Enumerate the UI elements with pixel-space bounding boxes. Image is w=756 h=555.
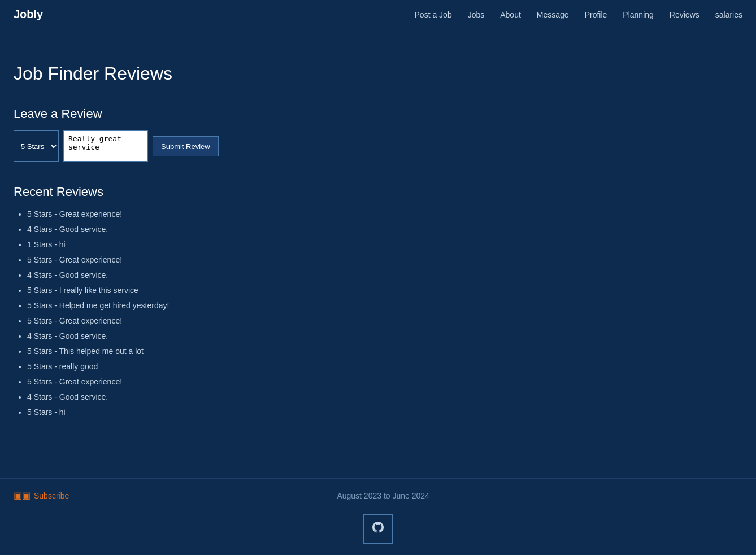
reviews-list: 5 Stars - Great experience! 4 Stars - Go… xyxy=(14,208,382,418)
nav-reviews[interactable]: Reviews xyxy=(670,10,699,19)
list-item: 4 Stars - Good service. xyxy=(27,391,382,403)
nav-salaries[interactable]: salaries xyxy=(715,10,742,19)
list-item: 5 Stars - hi xyxy=(27,407,382,418)
list-item: 4 Stars - Good service. xyxy=(27,330,382,342)
list-item: 5 Stars - Helped me get hired yesterday! xyxy=(27,300,382,312)
recent-reviews-heading: Recent Reviews xyxy=(14,185,382,199)
leave-review-heading: Leave a Review xyxy=(14,107,382,121)
page-title: Job Finder Reviews xyxy=(14,63,382,84)
nav-about[interactable]: About xyxy=(500,10,521,19)
list-item: 5 Stars - I really like this service xyxy=(27,285,382,296)
nav-message[interactable]: Message xyxy=(537,10,569,19)
subscribe-label: Subscribe xyxy=(34,491,69,500)
github-icon xyxy=(371,521,385,537)
list-item: 4 Stars - Good service. xyxy=(27,224,382,235)
stars-select[interactable]: 1 Stars 2 Stars 3 Stars 4 Stars 5 Stars xyxy=(14,130,59,162)
reviews-section: Recent Reviews 5 Stars - Great experienc… xyxy=(14,185,382,418)
nav-post-a-job[interactable]: Post a Job xyxy=(415,10,452,19)
nav-planning[interactable]: Planning xyxy=(623,10,654,19)
list-item: 5 Stars - Great experience! xyxy=(27,208,382,220)
submit-review-button[interactable]: Submit Review xyxy=(153,136,219,156)
review-form: 1 Stars 2 Stars 3 Stars 4 Stars 5 Stars … xyxy=(14,130,382,162)
review-textarea[interactable]: Really great service xyxy=(63,130,148,162)
app-logo: Jobly xyxy=(14,8,43,21)
list-item: 4 Stars - Good service. xyxy=(27,269,382,281)
main-nav: Post a Job Jobs About Message Profile Pl… xyxy=(415,10,742,19)
list-item: 5 Stars - Great experience! xyxy=(27,254,382,266)
list-item: 5 Stars - Great experience! xyxy=(27,315,382,327)
nav-jobs[interactable]: Jobs xyxy=(468,10,485,19)
list-item: 5 Stars - really good xyxy=(27,361,382,373)
footer-date: August 2023 to June 2024 xyxy=(69,491,697,500)
list-item: 1 Stars - hi xyxy=(27,239,382,251)
github-link[interactable] xyxy=(363,514,393,544)
list-item: 5 Stars - Great experience! xyxy=(27,376,382,388)
footer-top: ▣▣ Subscribe August 2023 to June 2024 xyxy=(14,490,742,501)
nav-profile[interactable]: Profile xyxy=(585,10,607,19)
subscribe-link[interactable]: ▣▣ Subscribe xyxy=(14,490,69,501)
footer: ▣▣ Subscribe August 2023 to June 2024 xyxy=(0,478,756,555)
list-item: 5 Stars - This helped me out a lot xyxy=(27,346,382,357)
rss-icon: ▣▣ xyxy=(14,490,31,501)
